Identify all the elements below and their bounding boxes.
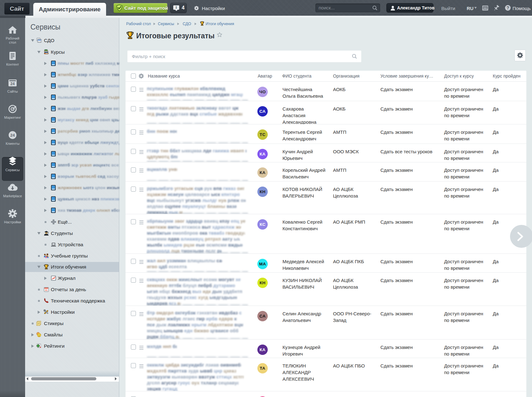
svg-text:24: 24	[10, 133, 15, 138]
svg-text:31: 31	[45, 289, 47, 291]
svg-text:24: 24	[10, 82, 15, 86]
